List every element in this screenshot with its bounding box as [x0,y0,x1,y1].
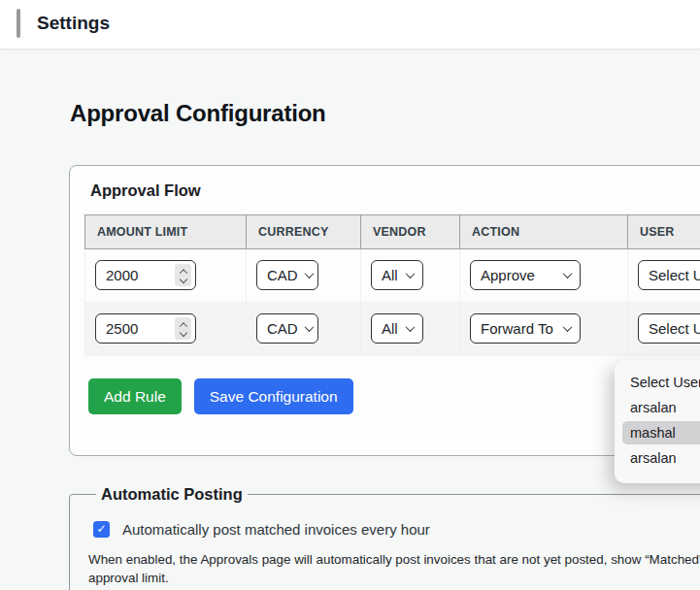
amount-value: 2000 [106,267,138,283]
card-title: Approval Flow [90,181,700,200]
number-spinner-icon[interactable] [175,264,191,286]
table-row: 2500 CAD All [85,303,700,356]
col-amount-limit: AMOUNT LIMIT [85,215,247,249]
chevron-down-icon [304,322,314,332]
col-vendor: VENDOR [361,215,460,249]
automatic-posting-fieldset: Automatic Posting ✓ Automatically post m… [69,485,700,590]
vendor-select[interactable]: All [371,313,423,344]
description-line: When enabled, the Approvals page will au… [88,550,700,569]
section-heading: Approval Configuration [70,100,326,127]
chevron-down-icon [563,269,573,279]
currency-value: CAD [267,320,298,337]
currency-value: CAD [267,267,298,283]
page-title: Settings [37,13,110,34]
currency-select[interactable]: CAD [256,313,318,344]
col-user: USER [628,215,700,249]
save-configuration-button[interactable]: Save Configuration [194,378,353,414]
user-value: Select User [649,320,700,337]
auto-post-checkbox-row: ✓ Automatically post matched invoices ev… [93,521,700,538]
vendor-select[interactable]: All [371,260,423,290]
auto-post-description: When enabled, the Approvals page will au… [88,550,700,588]
checkbox-label: Automatically post matched invoices ever… [122,521,430,538]
user-value: Select User [649,267,700,283]
action-select[interactable]: Approve [470,260,581,290]
col-currency: CURRENCY [247,215,361,249]
scrollbar-thumb[interactable] [17,9,20,38]
user-select-dropdown: Select User arsalan mashal arsalan [615,360,700,483]
approval-flow-card: Approval Flow AMOUNT LIMIT CURRENCY VEND… [69,165,700,456]
vendor-value: All [382,267,398,283]
check-icon: ✓ [96,521,106,538]
description-line: approval limit. [88,569,700,587]
chevron-down-icon [563,322,573,332]
number-spinner-icon[interactable] [175,317,191,340]
chevron-down-icon [406,269,416,279]
dropdown-option-user-highlighted[interactable]: mashal [622,421,700,444]
action-value: Forward To [481,320,553,337]
user-select[interactable]: Select User [638,313,700,344]
dropdown-option-select-user[interactable]: Select User [622,371,700,394]
top-bar: Settings [0,0,700,49]
chevron-down-icon [406,322,416,332]
user-select[interactable]: Select User [638,260,700,290]
table-row: 2000 CAD All [85,249,700,303]
currency-select[interactable]: CAD [256,260,318,290]
action-value: Approve [481,267,535,283]
vendor-value: All [382,320,398,337]
fieldset-legend: Automatic Posting [96,485,248,504]
chevron-down-icon [304,269,314,279]
col-action: ACTION [460,215,628,249]
card-actions: Add Rule Save Configuration [88,378,700,414]
amount-limit-input[interactable]: 2000 [95,260,196,290]
dropdown-option-user[interactable]: arsalan [622,446,700,470]
settings-page: { "header": { "title": "Settings" }, "pa… [0,0,700,590]
amount-limit-input[interactable]: 2500 [95,313,196,344]
amount-value: 2500 [106,320,138,337]
action-select[interactable]: Forward To [470,313,581,344]
checked-checkbox[interactable]: ✓ [93,521,110,538]
add-rule-button[interactable]: Add Rule [88,378,182,414]
approval-flow-table: AMOUNT LIMIT CURRENCY VENDOR ACTION USER… [84,214,700,356]
table-header-row: AMOUNT LIMIT CURRENCY VENDOR ACTION USER [85,215,700,249]
dropdown-option-user[interactable]: arsalan [622,396,700,419]
